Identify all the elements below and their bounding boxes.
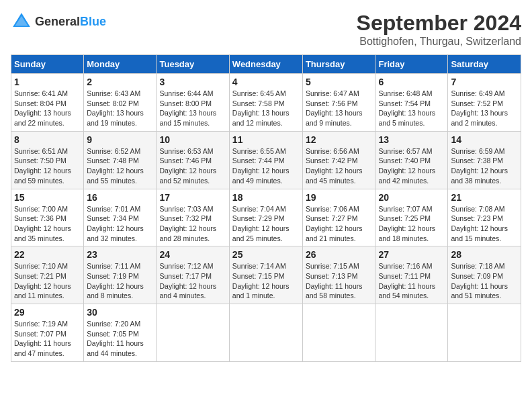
weekday-header-wednesday: Wednesday <box>229 55 302 74</box>
day-number: 4 <box>232 77 300 87</box>
calendar-cell: 17 Sunrise: 7:03 AMSunset: 7:32 PMDaylig… <box>157 189 229 246</box>
calendar-cell: 28 Sunrise: 7:18 AMSunset: 7:09 PMDaylig… <box>448 246 521 304</box>
day-number: 1 <box>14 77 81 87</box>
logo: GeneralBlue <box>11 11 106 32</box>
day-detail: Sunrise: 7:12 AMSunset: 7:17 PMDaylight:… <box>159 262 216 300</box>
calendar-cell: 7 Sunrise: 6:49 AMSunset: 7:52 PMDayligh… <box>448 74 521 132</box>
calendar-cell: 29 Sunrise: 7:19 AMSunset: 7:07 PMDaylig… <box>11 304 84 362</box>
day-number: 9 <box>87 134 153 145</box>
day-detail: Sunrise: 6:45 AMSunset: 7:58 PMDaylight:… <box>232 89 290 127</box>
title-area: September 2024 Bottighofen, Thurgau, Swi… <box>357 11 521 48</box>
weekday-header-tuesday: Tuesday <box>157 55 229 74</box>
day-detail: Sunrise: 7:06 AMSunset: 7:27 PMDaylight:… <box>306 205 363 242</box>
calendar-cell: 3 Sunrise: 6:44 AMSunset: 8:00 PMDayligh… <box>157 74 229 132</box>
calendar-cell: 18 Sunrise: 7:04 AMSunset: 7:29 PMDaylig… <box>229 189 302 246</box>
weekday-header-saturday: Saturday <box>448 55 521 74</box>
calendar-cell: 26 Sunrise: 7:15 AMSunset: 7:13 PMDaylig… <box>302 246 375 304</box>
day-detail: Sunrise: 6:57 AMSunset: 7:40 PMDaylight:… <box>378 147 435 185</box>
day-number: 12 <box>306 134 373 145</box>
day-number: 27 <box>378 249 445 260</box>
calendar-week-row: 29 Sunrise: 7:19 AMSunset: 7:07 PMDaylig… <box>11 304 521 362</box>
day-number: 26 <box>306 249 373 260</box>
day-number: 14 <box>451 134 518 145</box>
day-detail: Sunrise: 6:48 AMSunset: 7:54 PMDaylight:… <box>378 89 435 127</box>
calendar-cell: 1 Sunrise: 6:41 AMSunset: 8:04 PMDayligh… <box>11 74 84 132</box>
calendar-cell: 6 Sunrise: 6:48 AMSunset: 7:54 PMDayligh… <box>375 74 448 132</box>
logo-icon <box>11 11 32 32</box>
calendar-cell: 14 Sunrise: 6:59 AMSunset: 7:38 PMDaylig… <box>448 131 521 189</box>
calendar-cell: 12 Sunrise: 6:56 AMSunset: 7:42 PMDaylig… <box>302 131 375 189</box>
day-detail: Sunrise: 6:52 AMSunset: 7:48 PMDaylight:… <box>87 147 144 185</box>
day-detail: Sunrise: 6:53 AMSunset: 7:46 PMDaylight:… <box>159 147 216 185</box>
day-number: 17 <box>159 192 226 203</box>
calendar-cell <box>375 304 448 362</box>
weekday-header-thursday: Thursday <box>302 55 375 74</box>
calendar-cell: 15 Sunrise: 7:00 AMSunset: 7:36 PMDaylig… <box>11 189 84 246</box>
location-title: Bottighofen, Thurgau, Switzerland <box>357 36 521 48</box>
day-detail: Sunrise: 7:18 AMSunset: 7:09 PMDaylight:… <box>451 262 508 300</box>
logo-text-general: General <box>35 15 80 28</box>
day-detail: Sunrise: 7:03 AMSunset: 7:32 PMDaylight:… <box>159 205 216 242</box>
page-header: GeneralBlue September 2024 Bottighofen, … <box>11 11 521 48</box>
day-number: 21 <box>451 192 518 203</box>
calendar-week-row: 8 Sunrise: 6:51 AMSunset: 7:50 PMDayligh… <box>11 131 521 189</box>
day-detail: Sunrise: 6:43 AMSunset: 8:02 PMDaylight:… <box>87 89 144 127</box>
day-number: 6 <box>378 77 445 87</box>
day-detail: Sunrise: 7:11 AMSunset: 7:19 PMDaylight:… <box>87 262 144 300</box>
day-number: 3 <box>159 77 226 87</box>
day-detail: Sunrise: 6:44 AMSunset: 8:00 PMDaylight:… <box>159 89 216 127</box>
day-detail: Sunrise: 6:41 AMSunset: 8:04 PMDaylight:… <box>14 89 71 127</box>
calendar-table: SundayMondayTuesdayWednesdayThursdayFrid… <box>11 54 521 362</box>
day-number: 13 <box>378 134 445 145</box>
calendar-cell: 27 Sunrise: 7:16 AMSunset: 7:11 PMDaylig… <box>375 246 448 304</box>
calendar-cell: 20 Sunrise: 7:07 AMSunset: 7:25 PMDaylig… <box>375 189 448 246</box>
day-detail: Sunrise: 6:51 AMSunset: 7:50 PMDaylight:… <box>14 147 71 185</box>
day-detail: Sunrise: 7:04 AMSunset: 7:29 PMDaylight:… <box>232 205 290 242</box>
day-detail: Sunrise: 7:15 AMSunset: 7:13 PMDaylight:… <box>306 262 363 300</box>
calendar-cell: 10 Sunrise: 6:53 AMSunset: 7:46 PMDaylig… <box>157 131 229 189</box>
calendar-cell <box>302 304 375 362</box>
day-number: 28 <box>451 249 518 260</box>
day-number: 25 <box>232 249 300 260</box>
day-number: 7 <box>451 77 518 87</box>
calendar-cell: 5 Sunrise: 6:47 AMSunset: 7:56 PMDayligh… <box>302 74 375 132</box>
calendar-cell: 2 Sunrise: 6:43 AMSunset: 8:02 PMDayligh… <box>84 74 157 132</box>
day-number: 23 <box>87 249 153 260</box>
day-detail: Sunrise: 6:47 AMSunset: 7:56 PMDaylight:… <box>306 89 363 127</box>
calendar-cell: 8 Sunrise: 6:51 AMSunset: 7:50 PMDayligh… <box>11 131 84 189</box>
calendar-cell: 21 Sunrise: 7:08 AMSunset: 7:23 PMDaylig… <box>448 189 521 246</box>
day-detail: Sunrise: 6:55 AMSunset: 7:44 PMDaylight:… <box>232 147 290 185</box>
day-detail: Sunrise: 6:56 AMSunset: 7:42 PMDaylight:… <box>306 147 363 185</box>
day-number: 18 <box>232 192 300 203</box>
logo-text-blue: Blue <box>80 15 106 28</box>
day-detail: Sunrise: 7:07 AMSunset: 7:25 PMDaylight:… <box>378 205 435 242</box>
calendar-cell: 25 Sunrise: 7:14 AMSunset: 7:15 PMDaylig… <box>229 246 302 304</box>
day-number: 29 <box>14 307 81 318</box>
day-number: 30 <box>87 307 153 318</box>
calendar-week-row: 15 Sunrise: 7:00 AMSunset: 7:36 PMDaylig… <box>11 189 521 246</box>
day-detail: Sunrise: 7:14 AMSunset: 7:15 PMDaylight:… <box>232 262 290 300</box>
day-number: 20 <box>378 192 445 203</box>
day-detail: Sunrise: 7:00 AMSunset: 7:36 PMDaylight:… <box>14 205 71 242</box>
day-detail: Sunrise: 7:10 AMSunset: 7:21 PMDaylight:… <box>14 262 71 300</box>
month-title: September 2024 <box>357 11 521 36</box>
day-number: 19 <box>306 192 373 203</box>
calendar-cell: 22 Sunrise: 7:10 AMSunset: 7:21 PMDaylig… <box>11 246 84 304</box>
weekday-header-monday: Monday <box>84 55 157 74</box>
weekday-header-friday: Friday <box>375 55 448 74</box>
day-number: 11 <box>232 134 300 145</box>
day-number: 5 <box>306 77 373 87</box>
day-number: 10 <box>159 134 226 145</box>
day-detail: Sunrise: 7:01 AMSunset: 7:34 PMDaylight:… <box>87 205 144 242</box>
day-number: 15 <box>14 192 81 203</box>
calendar-cell <box>448 304 521 362</box>
calendar-cell <box>157 304 229 362</box>
calendar-cell: 9 Sunrise: 6:52 AMSunset: 7:48 PMDayligh… <box>84 131 157 189</box>
weekday-header-sunday: Sunday <box>11 55 84 74</box>
day-number: 2 <box>87 77 153 87</box>
day-number: 8 <box>14 134 81 145</box>
weekday-header-row: SundayMondayTuesdayWednesdayThursdayFrid… <box>11 55 521 74</box>
calendar-cell: 13 Sunrise: 6:57 AMSunset: 7:40 PMDaylig… <box>375 131 448 189</box>
calendar-week-row: 1 Sunrise: 6:41 AMSunset: 8:04 PMDayligh… <box>11 74 521 132</box>
calendar-cell <box>229 304 302 362</box>
